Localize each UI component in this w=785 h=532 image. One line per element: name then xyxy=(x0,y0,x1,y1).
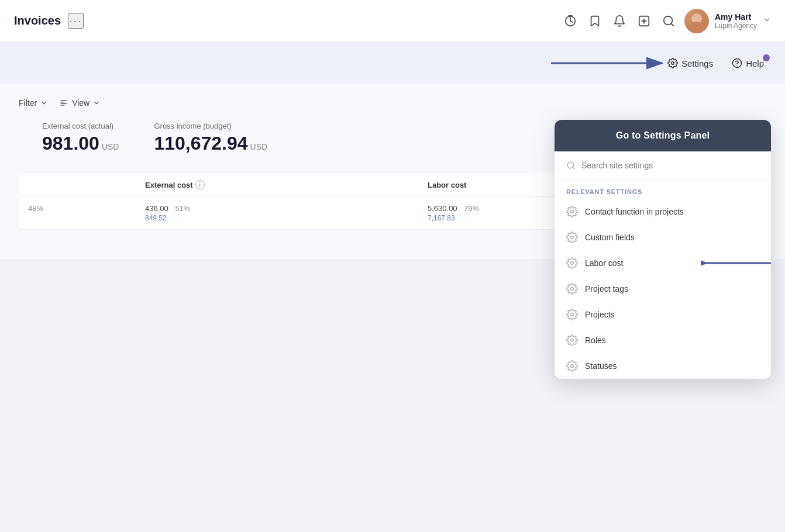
more-options-button[interactable]: ··· xyxy=(68,13,84,29)
filter-label: Filter xyxy=(19,98,37,108)
view-chevron-icon xyxy=(93,99,100,106)
col-external-cost: External cost i xyxy=(145,180,428,189)
user-agency: Lupin Agency xyxy=(715,22,757,30)
filter-row: Filter View xyxy=(19,98,766,108)
svg-point-26 xyxy=(571,339,574,342)
gear-icon xyxy=(566,206,578,217)
nav-icons xyxy=(564,15,675,27)
gear-icon xyxy=(566,283,578,295)
svg-point-20 xyxy=(571,236,574,239)
help-label: Help xyxy=(746,58,764,68)
view-icon xyxy=(59,98,68,108)
bell-icon-button[interactable] xyxy=(613,15,626,27)
settings-item-statuses[interactable]: Statuses xyxy=(555,353,771,379)
row-pct1: 48% xyxy=(28,204,145,222)
svg-line-18 xyxy=(573,167,574,169)
timer-icon-button[interactable] xyxy=(564,15,577,27)
settings-item-label: Contact function in projects xyxy=(585,207,684,216)
settings-item-labor-cost[interactable]: Labor cost xyxy=(555,250,771,276)
gear-icon xyxy=(566,309,578,320)
search-icon-button[interactable] xyxy=(662,15,675,27)
stat-gross-income-label: Gross income (budget) xyxy=(154,122,267,130)
filter-chevron-icon xyxy=(40,99,47,106)
user-area[interactable]: Amy Hart Lupin Agency xyxy=(684,9,771,33)
settings-item-label: Project tags xyxy=(585,284,628,293)
svg-point-24 xyxy=(571,288,574,291)
app-title: Invoices xyxy=(14,14,61,27)
settings-item-label: Projects xyxy=(585,310,615,319)
svg-point-19 xyxy=(571,210,574,213)
help-button[interactable]: Help xyxy=(725,53,771,73)
svg-point-25 xyxy=(571,313,574,316)
arrow-to-labor-cost xyxy=(701,254,771,272)
row-ext-cost: 436.00 51% 849.52 xyxy=(145,204,428,222)
top-nav: Invoices ··· xyxy=(0,0,785,42)
user-name: Amy Hart xyxy=(715,12,757,22)
settings-item-contact-function[interactable]: Contact function in projects xyxy=(555,199,771,224)
chevron-down-icon xyxy=(763,16,771,26)
settings-item-roles[interactable]: Roles xyxy=(555,327,771,353)
settings-search-input[interactable] xyxy=(581,161,759,170)
stat-external-cost-currency: USD xyxy=(102,142,119,151)
help-notification-dot xyxy=(763,54,770,61)
add-icon-button[interactable] xyxy=(638,15,650,27)
bookmark-icon-button[interactable] xyxy=(588,15,601,27)
filter-button[interactable]: Filter xyxy=(19,98,47,108)
settings-label: Settings xyxy=(681,58,713,68)
svg-point-27 xyxy=(571,365,574,368)
stat-gross-income-value: 110,672.94USD xyxy=(154,133,267,154)
arrow-to-settings xyxy=(545,51,674,75)
settings-item-custom-fields[interactable]: Custom fields xyxy=(555,224,771,250)
settings-item-projects[interactable]: Projects xyxy=(555,302,771,327)
gear-icon xyxy=(566,334,578,346)
stat-external-cost-value: 981.00USD xyxy=(42,133,119,154)
gear-icon xyxy=(566,257,578,269)
go-to-settings-button[interactable]: Go to Settings Panel xyxy=(555,120,771,151)
settings-bar: Settings Help xyxy=(0,42,785,84)
avatar xyxy=(684,9,709,33)
external-cost-info-icon[interactable]: i xyxy=(195,180,205,189)
panel-search-area xyxy=(555,151,771,180)
gear-icon xyxy=(566,232,578,243)
settings-item-label: Roles xyxy=(585,336,606,345)
stat-gross-income-currency: USD xyxy=(250,142,268,151)
settings-item-project-tags[interactable]: Project tags xyxy=(555,276,771,302)
stat-external-cost: External cost (actual) 981.00USD xyxy=(42,122,119,154)
stat-gross-income: Gross income (budget) 110,672.94USD xyxy=(154,122,267,154)
panel-search-icon xyxy=(566,161,576,170)
stat-external-cost-label: External cost (actual) xyxy=(42,122,119,130)
view-label: View xyxy=(72,98,89,108)
relevant-settings-label: RELEVANT SETTINGS xyxy=(555,180,771,199)
settings-dropdown-panel: Go to Settings Panel RELEVANT SETTINGS C… xyxy=(555,120,771,379)
user-info: Amy Hart Lupin Agency xyxy=(715,12,757,30)
view-button[interactable]: View xyxy=(59,98,100,108)
gear-icon xyxy=(566,360,578,372)
settings-item-label: Labor cost xyxy=(585,258,623,268)
settings-item-label: Custom fields xyxy=(585,233,635,242)
settings-item-label: Statuses xyxy=(585,361,617,371)
svg-line-7 xyxy=(671,23,673,26)
svg-point-21 xyxy=(571,262,574,265)
